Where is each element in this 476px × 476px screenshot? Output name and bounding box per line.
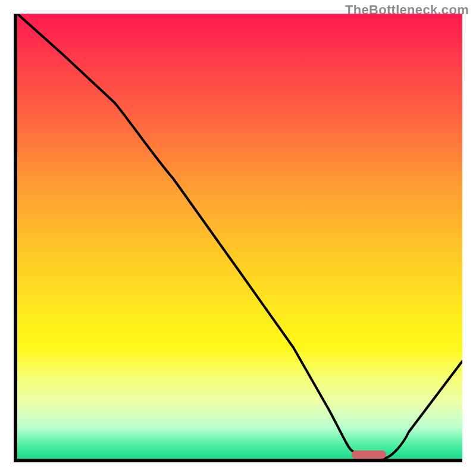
optimal-marker <box>352 450 386 459</box>
background-gradient <box>17 14 462 459</box>
plot-area <box>14 14 462 462</box>
chart-container: TheBottleneck.com <box>0 0 476 476</box>
